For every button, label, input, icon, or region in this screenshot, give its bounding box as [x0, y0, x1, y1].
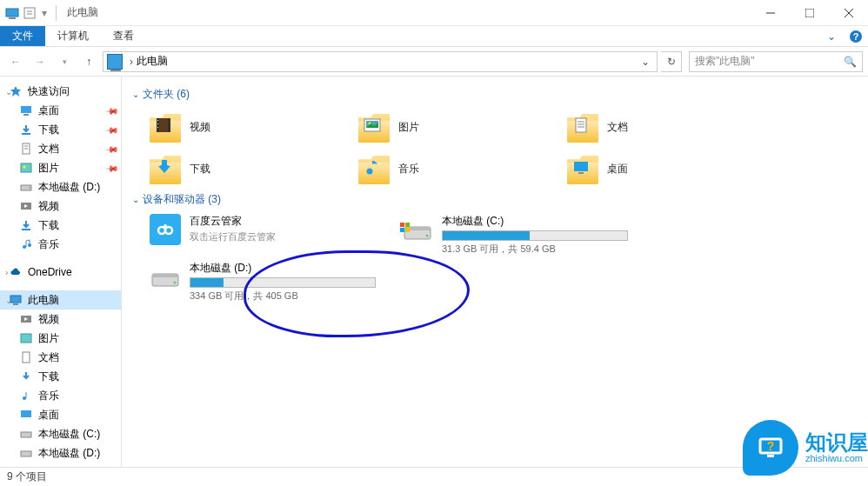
svg-rect-36: [21, 451, 31, 456]
breadcrumb-root[interactable]: 此电脑: [137, 54, 168, 69]
drive-item[interactable]: 本地磁盘 (C:)31.3 GB 可用，共 59.4 GB: [402, 214, 628, 256]
close-button[interactable]: [829, 0, 868, 26]
search-input[interactable]: 搜索"此电脑" 🔍: [689, 51, 863, 72]
disk-icon: [402, 214, 433, 245]
svg-rect-44: [168, 118, 170, 132]
sidebar-pc-disk-c[interactable]: 本地磁盘 (C:): [0, 424, 121, 443]
group-drives-header[interactable]: ⌄ 设备和驱动器 (3): [132, 192, 858, 207]
sidebar-downloads[interactable]: 下载📌: [0, 120, 121, 139]
ribbon-tab-view[interactable]: 查看: [101, 26, 146, 46]
app-icon: [150, 214, 181, 245]
sidebar-music-qa[interactable]: 音乐: [0, 235, 121, 254]
folder-icon: [150, 111, 181, 143]
svg-point-33: [23, 396, 26, 400]
nav-forward-button[interactable]: →: [30, 51, 50, 72]
group-folders-header[interactable]: ⌄ 文件夹 (6): [132, 87, 858, 102]
sidebar-pc-pictures[interactable]: 图片: [0, 329, 121, 348]
folder-icon: [150, 153, 181, 184]
watermark-badge-icon: ?: [743, 420, 798, 476]
address-dropdown-icon[interactable]: ⌄: [638, 56, 653, 68]
folder-item[interactable]: 文档: [567, 109, 750, 145]
window-icon: [5, 6, 19, 20]
svg-rect-46: [157, 123, 158, 124]
window-title: 此电脑: [67, 5, 98, 20]
folder-icon: [358, 153, 390, 184]
svg-rect-12: [21, 106, 31, 113]
sidebar-onedrive[interactable]: ›OneDrive: [0, 263, 121, 282]
nav-recent-button[interactable]: ▾: [54, 51, 75, 72]
download-icon: [19, 218, 33, 232]
nav-up-button[interactable]: ↑: [78, 51, 99, 72]
sidebar-pc-desktop[interactable]: 桌面: [0, 405, 121, 424]
svg-rect-63: [400, 223, 404, 227]
sidebar-disk-d[interactable]: 本地磁盘 (D:): [0, 177, 121, 196]
ribbon-tab-file[interactable]: 文件: [0, 26, 45, 46]
sidebar-pc-documents[interactable]: 文档: [0, 348, 121, 367]
drive-subtitle: 334 GB 可用，共 405 GB: [190, 290, 376, 303]
folder-icon: [567, 153, 598, 184]
video-icon: [19, 199, 33, 213]
svg-point-19: [23, 166, 26, 169]
app-item[interactable]: 百度云管家双击运行百度云管家: [150, 214, 376, 256]
cloud-icon: [9, 265, 23, 279]
qat-separator: [56, 5, 57, 21]
ribbon-tab-computer[interactable]: 计算机: [45, 26, 101, 46]
svg-rect-66: [405, 228, 410, 232]
refresh-button[interactable]: ↻: [661, 51, 682, 72]
folder-item[interactable]: 音乐: [358, 150, 541, 187]
sidebar-pc-downloads[interactable]: 下载: [0, 367, 121, 386]
nav-back-button[interactable]: ←: [5, 51, 26, 72]
drive-subtitle: 31.3 GB 可用，共 59.4 GB: [442, 243, 628, 256]
pin-icon: 📌: [105, 142, 119, 156]
drive-item[interactable]: 本地磁盘 (D:)334 GB 可用，共 405 GB: [150, 261, 376, 303]
svg-rect-28: [13, 303, 18, 305]
sidebar-downloads-qa[interactable]: 下载: [0, 216, 121, 235]
svg-rect-34: [21, 410, 31, 417]
sidebar-documents[interactable]: 文档📌: [0, 139, 121, 158]
sidebar-pc-music[interactable]: 音乐: [0, 386, 121, 405]
disk-icon: [150, 261, 181, 292]
address-box[interactable]: › 此电脑 ⌄: [103, 51, 658, 72]
minimize-button[interactable]: [751, 0, 790, 26]
svg-rect-59: [578, 172, 584, 174]
svg-rect-13: [23, 114, 29, 116]
sidebar-quick-access[interactable]: ⌄ 快速访问: [0, 82, 121, 101]
svg-point-21: [29, 187, 30, 189]
caret-icon: ⌄: [5, 296, 12, 305]
pin-icon: 📌: [105, 161, 119, 175]
qat-properties-icon[interactable]: [23, 6, 37, 20]
drive-name: 本地磁盘 (C:): [442, 214, 628, 229]
folder-label: 文档: [607, 120, 628, 135]
document-icon: [19, 350, 33, 364]
folder-icon: [567, 111, 598, 143]
help-icon[interactable]: ?: [844, 26, 868, 46]
sidebar-desktop[interactable]: 桌面📌: [0, 101, 121, 120]
drive-subtitle: 双击运行百度云管家: [190, 230, 376, 243]
download-icon: [19, 369, 33, 383]
ribbon-expand-icon[interactable]: ⌄: [819, 26, 844, 46]
sidebar-this-pc[interactable]: ⌄此电脑: [0, 290, 121, 310]
maximize-button[interactable]: [790, 0, 829, 26]
sidebar-videos-qa[interactable]: 视频: [0, 196, 121, 216]
chevron-down-icon: ⌄: [132, 195, 139, 204]
folder-icon: [358, 111, 390, 143]
picture-icon: [19, 161, 33, 175]
sidebar-pc-videos[interactable]: 视频: [0, 310, 121, 329]
svg-text:?: ?: [853, 31, 859, 42]
sidebar-pc-disk-d[interactable]: 本地磁盘 (D:): [0, 443, 121, 463]
search-icon: 🔍: [844, 56, 857, 68]
drive-name: 本地磁盘 (D:): [190, 261, 376, 276]
folder-item[interactable]: 视频: [150, 109, 332, 145]
svg-marker-56: [158, 160, 170, 173]
folder-item[interactable]: 图片: [358, 109, 541, 145]
svg-rect-2: [24, 8, 35, 18]
folder-item[interactable]: 桌面: [567, 150, 750, 187]
svg-rect-47: [157, 127, 158, 128]
qat-dropdown-icon[interactable]: ▾: [40, 6, 49, 20]
watermark: ? 知识屋 zhishiwu.com: [743, 420, 868, 476]
svg-rect-6: [805, 9, 814, 17]
folder-label: 图片: [398, 120, 419, 135]
sidebar-pictures[interactable]: 图片📌: [0, 158, 121, 177]
folder-item[interactable]: 下载: [150, 150, 332, 187]
statusbar: 9 个项目: [0, 467, 868, 486]
